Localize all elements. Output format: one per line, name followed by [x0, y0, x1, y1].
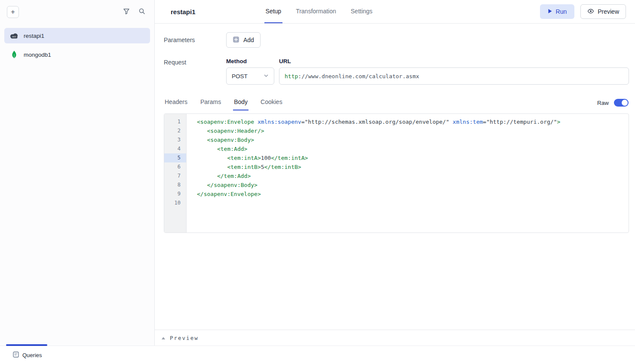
- query-list-item-restapi1[interactable]: REST restapi1: [4, 28, 150, 43]
- setup-form: Parameters Add Request Method: [155, 24, 635, 330]
- preview-panel-label: Preview: [170, 335, 199, 341]
- code-token: </tem:Add>: [197, 173, 251, 179]
- raw-toggle-group: Raw: [597, 99, 629, 107]
- rest-api-icon: REST: [9, 32, 19, 39]
- tab-settings[interactable]: Settings: [350, 0, 374, 23]
- code-token: "http://tempuri.org/": [486, 119, 557, 125]
- active-tab-indicator: [6, 344, 47, 346]
- raw-label: Raw: [597, 100, 609, 106]
- preview-button[interactable]: Preview: [580, 4, 626, 19]
- code-token: <soapenv:Body>: [197, 137, 254, 143]
- method-select[interactable]: POST: [226, 67, 274, 85]
- play-icon: [548, 8, 552, 15]
- code-line[interactable]: <tem:intA>100</tem:intA>: [197, 153, 629, 162]
- tab-transformation[interactable]: Transformation: [294, 0, 337, 23]
- editor-code[interactable]: <soapenv:Envelope xmlns:soapenv="http://…: [187, 114, 629, 232]
- plus-square-icon: [233, 36, 239, 44]
- url-label: URL: [279, 58, 629, 64]
- query-header: restapi1 Setup Transformation Settings R…: [155, 0, 635, 24]
- line-number: 8: [164, 180, 186, 190]
- line-number: 10: [164, 199, 186, 208]
- query-list-item-mongodb1[interactable]: mongodb1: [4, 47, 150, 62]
- code-token: </tem:intB>: [264, 164, 301, 170]
- mongodb-icon: [9, 50, 19, 59]
- filter-button[interactable]: [121, 6, 132, 18]
- toggle-knob: [622, 100, 628, 106]
- code-line[interactable]: [197, 199, 629, 208]
- tab-params[interactable]: Params: [199, 98, 222, 110]
- filter-icon: [123, 8, 130, 16]
- tab-setup[interactable]: Setup: [264, 0, 283, 23]
- code-line[interactable]: <tem:Add>: [197, 144, 629, 153]
- page-title: restapi1: [171, 8, 196, 15]
- tab-label: Settings: [351, 8, 373, 15]
- header-actions: Run Preview: [540, 4, 626, 19]
- parameters-row: Parameters Add: [164, 32, 629, 48]
- add-button-label: Add: [243, 37, 254, 43]
- code-line[interactable]: </soapenv:Body>: [197, 180, 629, 190]
- svg-text:REST: REST: [12, 36, 16, 38]
- code-line[interactable]: </soapenv:Envelope>: [197, 190, 629, 199]
- new-query-button[interactable]: +: [7, 6, 19, 18]
- code-token: >: [557, 119, 561, 125]
- code-token: 100: [261, 155, 271, 161]
- query-item-label: mongodb1: [24, 52, 51, 58]
- search-button[interactable]: [136, 6, 147, 18]
- code-token: <soapenv:Envelope: [197, 119, 254, 125]
- tab-label: Setup: [266, 8, 282, 15]
- code-line[interactable]: </tem:Add>: [197, 171, 629, 180]
- code-token: [254, 119, 258, 125]
- body-code-editor[interactable]: 12345678910 <soapenv:Envelope xmlns:soap…: [164, 113, 629, 233]
- line-number: 3: [164, 135, 186, 144]
- code-line[interactable]: <soapenv:Body>: [197, 135, 629, 144]
- request-label: Request: [164, 58, 226, 85]
- code-line[interactable]: <soapenv:Header/>: [197, 126, 629, 135]
- code-token: </soapenv:Envelope>: [197, 191, 261, 197]
- preview-button-label: Preview: [598, 8, 619, 15]
- add-parameter-button[interactable]: Add: [226, 32, 261, 48]
- run-button[interactable]: Run: [540, 4, 575, 19]
- line-number: 1: [164, 117, 186, 126]
- search-icon: [138, 8, 145, 16]
- code-token: <tem:intB>: [197, 164, 261, 170]
- method-label: Method: [226, 58, 274, 64]
- code-token: xmlns:tem: [453, 119, 483, 125]
- raw-toggle[interactable]: [614, 99, 629, 107]
- run-button-label: Run: [556, 8, 567, 15]
- header-tabs: Setup Transformation Settings: [264, 0, 374, 23]
- bottom-tab-queries[interactable]: Queries: [13, 352, 42, 359]
- line-number: 7: [164, 171, 186, 180]
- chevron-down-icon: [264, 73, 269, 80]
- body-tabs: Headers Params Body Cookies: [164, 98, 283, 110]
- code-line[interactable]: <soapenv:Envelope xmlns:soapenv="http://…: [197, 117, 629, 126]
- eye-icon: [587, 8, 594, 16]
- bottom-tab-label: Queries: [22, 352, 42, 358]
- query-item-label: restapi1: [24, 33, 44, 39]
- sidebar: +: [0, 0, 155, 346]
- code-token: <tem:intA>: [197, 155, 261, 161]
- code-token: </tem:intA>: [271, 155, 308, 161]
- app: +: [0, 0, 635, 346]
- url-scheme: http: [285, 73, 298, 80]
- code-token: xmlns:soapenv: [258, 119, 301, 125]
- code-token: </soapenv:Body>: [197, 182, 258, 188]
- query-list: REST restapi1 mongodb1: [0, 24, 154, 67]
- sidebar-toolbar: +: [0, 0, 154, 24]
- response-preview-toggle[interactable]: Preview: [155, 330, 635, 346]
- url-group: URL http://www.dneonline.com/calculator.…: [279, 58, 629, 85]
- code-token: 5: [261, 164, 264, 170]
- bottom-bar: Queries: [0, 346, 635, 364]
- url-input[interactable]: http://www.dneonline.com/calculator.asmx: [279, 67, 629, 85]
- code-token: <tem:Add>: [197, 146, 247, 152]
- method-value: POST: [232, 73, 248, 80]
- body-tabs-row: Headers Params Body Cookies Raw: [164, 98, 629, 110]
- code-token: <soapenv:Header/>: [197, 128, 264, 134]
- parameters-label: Parameters: [164, 37, 226, 43]
- code-token: [449, 119, 453, 125]
- code-line[interactable]: <tem:intB>5</tem:intB>: [197, 162, 629, 171]
- tab-headers[interactable]: Headers: [164, 98, 188, 110]
- tab-body[interactable]: Body: [233, 98, 248, 110]
- chevron-up-icon: [161, 334, 166, 342]
- tab-cookies[interactable]: Cookies: [260, 98, 283, 110]
- line-number: 6: [164, 162, 186, 171]
